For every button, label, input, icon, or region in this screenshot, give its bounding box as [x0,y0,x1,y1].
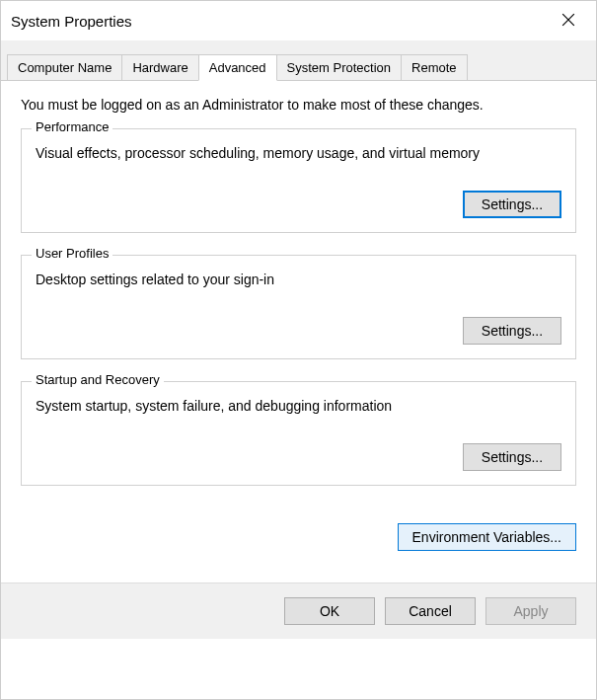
titlebar: System Properties [1,1,596,40]
group-user-profiles-title: User Profiles [32,246,112,261]
group-user-profiles-btnrow: Settings... [36,317,561,345]
apply-button[interactable]: Apply [485,597,576,625]
environment-variables-button[interactable]: Environment Variables... [398,523,576,551]
performance-settings-button[interactable]: Settings... [463,191,561,218]
group-startup-recovery-desc: System startup, system failure, and debu… [36,398,561,414]
startup-recovery-settings-button[interactable]: Settings... [463,443,561,471]
group-performance-title: Performance [32,119,112,134]
group-user-profiles: User Profiles Desktop settings related t… [21,255,576,359]
group-startup-recovery: Startup and Recovery System startup, sys… [21,381,576,486]
admin-notice: You must be logged on as an Administrato… [21,97,576,113]
cancel-button[interactable]: Cancel [385,597,476,625]
user-profiles-settings-button[interactable]: Settings... [463,317,561,345]
tab-computer-name[interactable]: Computer Name [7,54,122,80]
group-startup-recovery-btnrow: Settings... [36,443,561,471]
tab-row: Computer Name Hardware Advanced System P… [1,40,596,81]
group-performance-btnrow: Settings... [36,191,561,218]
tab-system-protection[interactable]: System Protection [276,54,403,80]
tab-advanced[interactable]: Advanced [198,54,277,81]
close-button[interactable] [551,7,586,35]
env-row: Environment Variables... [1,523,596,551]
group-performance: Performance Visual effects, processor sc… [21,128,576,233]
group-startup-recovery-title: Startup and Recovery [32,372,164,387]
dialog-footer: OK Cancel Apply [1,583,596,639]
window-title: System Properties [11,13,132,30]
tab-remote[interactable]: Remote [401,54,468,80]
group-user-profiles-desc: Desktop settings related to your sign-in [36,272,561,287]
group-performance-desc: Visual effects, processor scheduling, me… [36,145,561,161]
ok-button[interactable]: OK [284,597,375,625]
content-area: You must be logged on as an Administrato… [1,81,596,517]
tab-hardware[interactable]: Hardware [121,54,198,80]
close-icon [561,13,575,30]
